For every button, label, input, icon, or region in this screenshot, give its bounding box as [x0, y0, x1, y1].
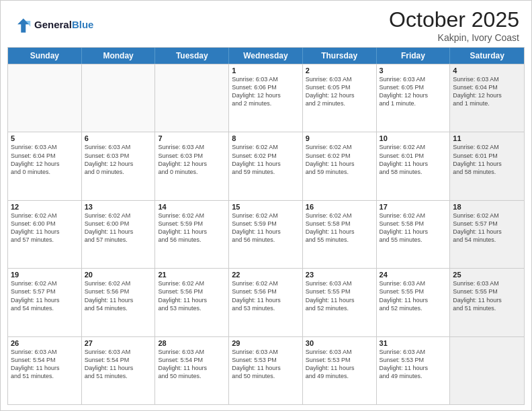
calendar-cell: 13Sunrise: 6:02 AM Sunset: 6:00 PM Dayli… [82, 201, 156, 268]
cell-info: Sunrise: 6:02 AM Sunset: 6:02 PM Dayligh… [232, 143, 300, 176]
day-number: 16 [306, 203, 373, 211]
cell-info: Sunrise: 6:02 AM Sunset: 6:02 PM Dayligh… [306, 143, 373, 176]
day-number: 14 [158, 203, 226, 211]
cell-info: Sunrise: 6:02 AM Sunset: 6:00 PM Dayligh… [11, 212, 79, 244]
cell-info: Sunrise: 6:03 AM Sunset: 5:54 PM Dayligh… [158, 348, 226, 381]
logo: GeneralBlue [13, 16, 93, 35]
calendar-cell: 19Sunrise: 6:02 AM Sunset: 5:57 PM Dayli… [8, 269, 82, 336]
cell-info: Sunrise: 6:02 AM Sunset: 5:56 PM Dayligh… [158, 279, 226, 312]
weekday-header: Sunday [8, 48, 82, 64]
day-number: 10 [380, 134, 447, 142]
calendar-cell: 24Sunrise: 6:03 AM Sunset: 5:55 PM Dayli… [377, 269, 451, 336]
calendar-cell: 6Sunrise: 6:03 AM Sunset: 6:03 PM Daylig… [82, 132, 156, 199]
calendar-cell: 21Sunrise: 6:02 AM Sunset: 5:56 PM Dayli… [155, 269, 229, 336]
calendar-cell: 30Sunrise: 6:03 AM Sunset: 5:53 PM Dayli… [303, 337, 377, 404]
cell-info: Sunrise: 6:02 AM Sunset: 5:58 PM Dayligh… [306, 212, 373, 244]
calendar-cell: 18Sunrise: 6:02 AM Sunset: 5:57 PM Dayli… [450, 201, 524, 268]
cell-info: Sunrise: 6:02 AM Sunset: 6:01 PM Dayligh… [380, 143, 447, 176]
cell-info: Sunrise: 6:02 AM Sunset: 5:59 PM Dayligh… [158, 212, 226, 244]
day-number: 20 [85, 271, 152, 279]
cell-info: Sunrise: 6:03 AM Sunset: 6:04 PM Dayligh… [453, 75, 521, 108]
calendar-cell: 5Sunrise: 6:03 AM Sunset: 6:04 PM Daylig… [8, 132, 82, 199]
calendar-row: 19Sunrise: 6:02 AM Sunset: 5:57 PM Dayli… [8, 268, 524, 336]
logo-text: GeneralBlue [34, 19, 93, 31]
cell-info: Sunrise: 6:02 AM Sunset: 6:01 PM Dayligh… [453, 143, 521, 176]
calendar-cell: 25Sunrise: 6:03 AM Sunset: 5:55 PM Dayli… [450, 269, 524, 336]
calendar-cell: 9Sunrise: 6:02 AM Sunset: 6:02 PM Daylig… [303, 132, 377, 199]
cell-info: Sunrise: 6:03 AM Sunset: 5:55 PM Dayligh… [306, 279, 373, 312]
calendar-cell: 15Sunrise: 6:02 AM Sunset: 5:59 PM Dayli… [229, 201, 303, 268]
calendar-row: 26Sunrise: 6:03 AM Sunset: 5:54 PM Dayli… [8, 336, 524, 404]
calendar-cell: 8Sunrise: 6:02 AM Sunset: 6:02 PM Daylig… [229, 132, 303, 199]
calendar-cell: 10Sunrise: 6:02 AM Sunset: 6:01 PM Dayli… [377, 132, 451, 199]
cell-info: Sunrise: 6:02 AM Sunset: 5:57 PM Dayligh… [453, 212, 521, 244]
day-number: 12 [11, 203, 79, 211]
cell-info: Sunrise: 6:02 AM Sunset: 5:57 PM Dayligh… [11, 279, 79, 312]
day-number: 3 [380, 66, 447, 75]
day-number: 27 [85, 339, 152, 347]
day-number: 23 [306, 271, 373, 279]
page-header: GeneralBlue October 2025 Kakpin, Ivory C… [1, 1, 531, 47]
calendar-cell: 31Sunrise: 6:03 AM Sunset: 5:53 PM Dayli… [377, 337, 451, 404]
cell-info: Sunrise: 6:03 AM Sunset: 6:05 PM Dayligh… [306, 75, 373, 108]
cell-info: Sunrise: 6:03 AM Sunset: 6:05 PM Dayligh… [380, 75, 447, 108]
cell-info: Sunrise: 6:03 AM Sunset: 5:53 PM Dayligh… [306, 348, 373, 381]
day-number: 1 [232, 66, 300, 75]
cell-info: Sunrise: 6:02 AM Sunset: 5:59 PM Dayligh… [232, 212, 300, 244]
calendar-cell: 17Sunrise: 6:02 AM Sunset: 5:58 PM Dayli… [377, 201, 451, 268]
day-number: 25 [453, 271, 521, 279]
calendar-cell: 14Sunrise: 6:02 AM Sunset: 5:59 PM Dayli… [155, 201, 229, 268]
calendar-cell: 2Sunrise: 6:03 AM Sunset: 6:05 PM Daylig… [303, 64, 377, 132]
day-number: 9 [306, 134, 373, 142]
calendar-row: 1Sunrise: 6:03 AM Sunset: 6:06 PM Daylig… [8, 64, 524, 132]
calendar-cell: 27Sunrise: 6:03 AM Sunset: 5:54 PM Dayli… [82, 337, 156, 404]
day-number: 21 [158, 271, 226, 279]
cell-info: Sunrise: 6:02 AM Sunset: 5:56 PM Dayligh… [232, 279, 300, 312]
day-number: 22 [232, 271, 300, 279]
day-number: 8 [232, 134, 300, 142]
calendar: SundayMondayTuesdayWednesdayThursdayFrid… [7, 47, 525, 405]
calendar-cell: 22Sunrise: 6:02 AM Sunset: 5:56 PM Dayli… [229, 269, 303, 336]
cell-info: Sunrise: 6:02 AM Sunset: 5:58 PM Dayligh… [380, 212, 447, 244]
calendar-cell: 1Sunrise: 6:03 AM Sunset: 6:06 PM Daylig… [229, 64, 303, 132]
cell-info: Sunrise: 6:03 AM Sunset: 6:03 PM Dayligh… [85, 143, 152, 176]
cell-info: Sunrise: 6:03 AM Sunset: 5:54 PM Dayligh… [85, 348, 152, 381]
day-number: 11 [453, 134, 521, 142]
day-number: 2 [306, 66, 373, 75]
calendar-header: SundayMondayTuesdayWednesdayThursdayFrid… [8, 48, 524, 64]
day-number: 30 [306, 339, 373, 347]
weekday-header: Wednesday [229, 48, 303, 64]
calendar-cell [82, 64, 156, 132]
logo-icon [13, 16, 32, 35]
day-number: 31 [380, 339, 447, 347]
day-number: 19 [11, 271, 79, 279]
calendar-cell: 4Sunrise: 6:03 AM Sunset: 6:04 PM Daylig… [450, 64, 524, 132]
svg-marker-0 [17, 18, 30, 32]
day-number: 28 [158, 339, 226, 347]
calendar-row: 12Sunrise: 6:02 AM Sunset: 6:00 PM Dayli… [8, 200, 524, 268]
calendar-cell: 7Sunrise: 6:03 AM Sunset: 6:03 PM Daylig… [155, 132, 229, 199]
calendar-cell [450, 337, 524, 404]
calendar-page: GeneralBlue October 2025 Kakpin, Ivory C… [0, 0, 532, 411]
calendar-cell: 20Sunrise: 6:02 AM Sunset: 5:56 PM Dayli… [82, 269, 156, 336]
cell-info: Sunrise: 6:03 AM Sunset: 5:53 PM Dayligh… [232, 348, 300, 381]
day-number: 4 [453, 66, 521, 75]
calendar-cell: 29Sunrise: 6:03 AM Sunset: 5:53 PM Dayli… [229, 337, 303, 404]
calendar-cell: 26Sunrise: 6:03 AM Sunset: 5:54 PM Dayli… [8, 337, 82, 404]
weekday-header: Thursday [303, 48, 377, 64]
cell-info: Sunrise: 6:02 AM Sunset: 6:00 PM Dayligh… [85, 212, 152, 244]
location: Kakpin, Ivory Coast [389, 32, 519, 43]
calendar-cell: 23Sunrise: 6:03 AM Sunset: 5:55 PM Dayli… [303, 269, 377, 336]
cell-info: Sunrise: 6:03 AM Sunset: 5:54 PM Dayligh… [11, 348, 79, 381]
day-number: 13 [85, 203, 152, 211]
day-number: 24 [380, 271, 447, 279]
title-block: October 2025 Kakpin, Ivory Coast [389, 7, 519, 43]
day-number: 15 [232, 203, 300, 211]
cell-info: Sunrise: 6:03 AM Sunset: 5:55 PM Dayligh… [380, 279, 447, 312]
cell-info: Sunrise: 6:03 AM Sunset: 6:06 PM Dayligh… [232, 75, 300, 108]
calendar-cell: 12Sunrise: 6:02 AM Sunset: 6:00 PM Dayli… [8, 201, 82, 268]
calendar-cell [8, 64, 82, 132]
day-number: 6 [85, 134, 152, 142]
calendar-cell: 3Sunrise: 6:03 AM Sunset: 6:05 PM Daylig… [377, 64, 451, 132]
day-number: 5 [11, 134, 79, 142]
